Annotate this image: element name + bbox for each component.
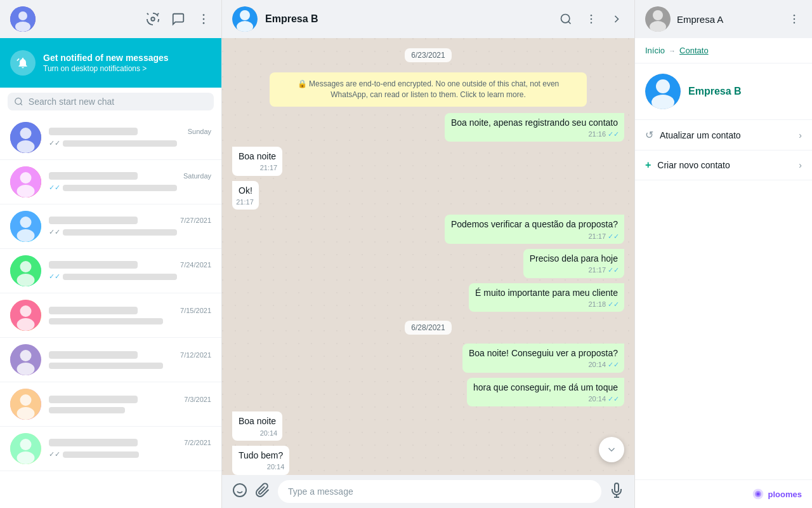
menu-icon[interactable]	[196, 11, 211, 27]
avatar	[10, 255, 41, 286]
svg-point-50	[794, 22, 796, 24]
svg-point-49	[794, 18, 796, 20]
breadcrumb-home[interactable]: Início	[645, 46, 665, 55]
chat-date: Saturday	[183, 172, 211, 180]
message-row: Boa noite 20:14	[232, 411, 624, 441]
message-bubble: Boa noite 21:17	[232, 147, 282, 176]
message-meta: 21:17 ✓✓	[588, 232, 619, 241]
contact-avatar	[645, 74, 681, 109]
new-chat-icon[interactable]	[171, 11, 186, 27]
svg-point-53	[652, 95, 674, 109]
notification-banner[interactable]: Get notified of new messages Turn on des…	[0, 38, 221, 88]
svg-point-3	[151, 17, 155, 21]
avatar	[10, 211, 41, 242]
list-item[interactable]: 7/2/2021 ✓✓	[0, 427, 221, 471]
svg-point-11	[17, 140, 35, 153]
svg-point-6	[203, 22, 205, 24]
chat-date: 7/24/2021	[180, 261, 211, 269]
message-meta: 21:18 ✓✓	[588, 300, 619, 309]
chat-header-icons	[558, 11, 624, 27]
create-contact-action[interactable]: + Criar novo contato ›	[635, 150, 812, 180]
list-item[interactable]: Saturday ✓✓	[0, 160, 221, 204]
list-item[interactable]: Sunday ✓✓	[0, 116, 221, 160]
svg-point-39	[591, 22, 593, 24]
svg-point-4	[203, 14, 205, 16]
list-item[interactable]: 7/12/2021	[0, 338, 221, 382]
notification-title: Get notified of new messages	[43, 53, 169, 63]
double-check-icon: ✓✓	[49, 139, 60, 147]
message-meta: 21:17	[260, 163, 278, 173]
right-header: Empresa A	[635, 0, 812, 38]
message-meta: 20:14 ✓✓	[588, 394, 619, 404]
list-item[interactable]: 7/3/2021	[0, 382, 221, 427]
user-avatar[interactable]	[10, 6, 36, 32]
avatar	[10, 344, 41, 375]
avatar	[10, 433, 41, 464]
create-contact-label: Criar novo contato	[657, 160, 730, 170]
action-left: + Criar novo contato	[645, 159, 730, 171]
attach-button[interactable]	[255, 483, 270, 501]
chat-info: Saturday ✓✓	[49, 172, 211, 192]
voice-button[interactable]	[609, 483, 624, 501]
plus-icon: +	[645, 159, 651, 171]
message-input[interactable]	[278, 480, 601, 503]
avatar	[10, 389, 41, 420]
svg-point-29	[17, 407, 35, 420]
avatar	[10, 122, 41, 153]
encrypt-notice[interactable]: 🔒 Messages are end-to-end encrypted. No …	[270, 72, 587, 107]
message-time: 21:16	[588, 130, 606, 139]
message-row: Tudo bem? 20:14	[232, 446, 624, 475]
message-meta: 21:16 ✓✓	[588, 130, 619, 139]
message-meta: 20:14	[267, 462, 285, 472]
message-time: 20:14	[267, 462, 285, 472]
list-item[interactable]: 7/24/2021 ✓✓	[0, 249, 221, 293]
message-time: 21:18	[588, 300, 606, 309]
check-icon: ✓✓	[608, 232, 619, 241]
chat-date: 7/2/2021	[184, 439, 211, 446]
message-time: 20:14	[588, 360, 606, 370]
right-footer: ploomes	[635, 479, 812, 508]
message-time: 20:14	[260, 429, 278, 438]
emoji-button[interactable]	[232, 483, 247, 501]
chat-body-inner: 6/23/2021 🔒 Messages are end-to-end encr…	[232, 43, 624, 475]
chat-info: Sunday ✓✓	[49, 128, 211, 147]
svg-point-40	[233, 484, 246, 497]
svg-point-52	[656, 79, 670, 93]
message-row: Podemos verificar a questão da proposta?…	[232, 215, 624, 244]
svg-point-16	[20, 217, 32, 228]
message-row: Ok! 21:17	[232, 181, 624, 210]
chat-menu-icon[interactable]	[584, 11, 599, 27]
update-contact-action[interactable]: ↺ Atualizar um contato ›	[635, 120, 812, 150]
scroll-down-button[interactable]	[599, 437, 624, 462]
contact-name: Empresa B	[688, 86, 742, 97]
message-bubble: Boa noite 20:14	[232, 411, 282, 441]
action-left: ↺ Atualizar um contato	[645, 129, 741, 141]
notification-subtitle: Turn on desktop notifications >	[43, 64, 169, 73]
forward-icon[interactable]	[609, 11, 624, 27]
chat-body: 6/23/2021 🔒 Messages are end-to-end encr…	[222, 38, 634, 475]
svg-point-56	[756, 493, 759, 496]
svg-point-34	[240, 10, 250, 20]
chat-info: 7/15/2021	[49, 307, 211, 324]
double-check-icon: ✓✓	[49, 450, 60, 458]
left-header-icons	[145, 11, 211, 27]
ploomes-icon	[752, 488, 764, 500]
search-chat-icon[interactable]	[558, 11, 573, 27]
update-contact-label: Atualizar um contato	[660, 130, 741, 140]
search-inner	[8, 93, 214, 110]
breadcrumb-current[interactable]: Contato	[679, 46, 709, 55]
right-menu-icon[interactable]	[787, 11, 802, 27]
chat-contact-avatar[interactable]	[232, 6, 258, 32]
breadcrumb-arrow-icon: →	[669, 47, 676, 55]
search-input[interactable]	[29, 97, 207, 107]
loop-icon[interactable]	[145, 11, 160, 27]
list-item[interactable]: 7/27/2021 ✓✓	[0, 204, 221, 249]
message-bubble: Preciso dela para hoje 21:17 ✓✓	[523, 249, 624, 278]
svg-point-23	[17, 318, 35, 331]
message-input-bar	[222, 475, 634, 508]
list-item[interactable]: 7/15/2021	[0, 293, 221, 338]
svg-point-26	[17, 363, 35, 375]
left-header	[0, 0, 221, 38]
svg-point-28	[20, 394, 32, 406]
message-row: Boa noite! Conseguiu ver a proposta? 20:…	[232, 344, 624, 373]
